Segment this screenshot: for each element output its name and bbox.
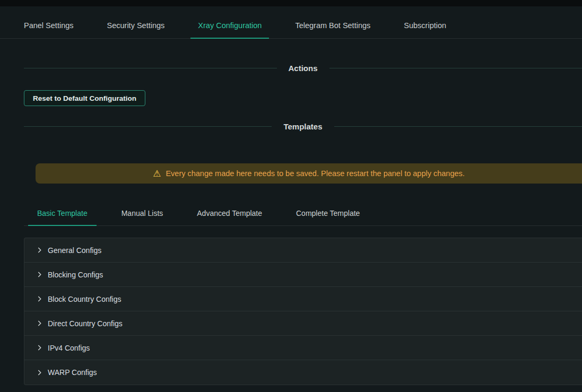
actions-button-row: Reset to Default Configuration <box>24 90 582 106</box>
chevron-right-icon <box>37 370 42 376</box>
accordion-item-warp-configs[interactable]: WARP Configs <box>24 360 582 385</box>
tab-subscription[interactable]: Subscription <box>404 21 446 38</box>
template-config-accordion: General Configs Blocking Configs Block C… <box>24 238 582 385</box>
tab-telegram-bot-settings[interactable]: Telegram Bot Settings <box>295 21 370 38</box>
accordion-item-ipv4-configs[interactable]: IPv4 Configs <box>24 336 582 360</box>
accordion-item-label: IPv4 Configs <box>48 344 90 352</box>
tab-xray-configuration[interactable]: Xray Configuration <box>198 21 262 38</box>
accordion-item-label: Block Country Configs <box>48 295 121 303</box>
accordion-item-block-country-configs[interactable]: Block Country Configs <box>24 287 582 311</box>
chevron-right-icon <box>37 296 42 302</box>
restart-warning-alert: ⚠ Every change made here needs to be sav… <box>36 163 582 184</box>
divider-line <box>24 68 277 68</box>
tab-advanced-template[interactable]: Advanced Template <box>188 209 271 225</box>
accordion-item-label: General Configs <box>48 246 101 255</box>
accordion-item-blocking-configs[interactable]: Blocking Configs <box>24 263 582 287</box>
accordion-item-general-configs[interactable]: General Configs <box>24 238 582 263</box>
divider-line <box>24 126 272 127</box>
tab-panel-settings[interactable]: Panel Settings <box>24 21 74 38</box>
chevron-right-icon <box>37 247 42 253</box>
settings-tab-bar: Panel Settings Security Settings Xray Co… <box>0 6 582 39</box>
accordion-item-label: WARP Configs <box>48 368 97 377</box>
accordion-item-label: Blocking Configs <box>48 271 103 279</box>
divider-line <box>334 126 582 127</box>
templates-section-title: Templates <box>283 122 322 131</box>
tab-manual-lists[interactable]: Manual Lists <box>112 209 172 225</box>
actions-section-divider: Actions <box>24 64 582 73</box>
templates-section-divider: Templates <box>24 122 582 131</box>
warning-text: Every change made here needs to be saved… <box>166 169 464 178</box>
warning-triangle-icon: ⚠ <box>153 169 161 178</box>
chevron-right-icon <box>37 345 42 351</box>
tab-complete-template[interactable]: Complete Template <box>287 209 369 225</box>
chevron-right-icon <box>37 320 42 326</box>
accordion-item-direct-country-configs[interactable]: Direct Country Configs <box>24 311 582 336</box>
accordion-item-label: Direct Country Configs <box>48 319 123 328</box>
reset-default-config-button[interactable]: Reset to Default Configuration <box>24 90 145 106</box>
window-top-strip <box>0 0 582 6</box>
divider-line <box>329 68 582 68</box>
chevron-right-icon <box>37 272 42 277</box>
template-tab-bar: Basic Template Manual Lists Advanced Tem… <box>24 209 582 226</box>
tab-basic-template[interactable]: Basic Template <box>28 209 97 225</box>
actions-section-title: Actions <box>289 64 318 73</box>
tab-security-settings[interactable]: Security Settings <box>107 21 165 38</box>
